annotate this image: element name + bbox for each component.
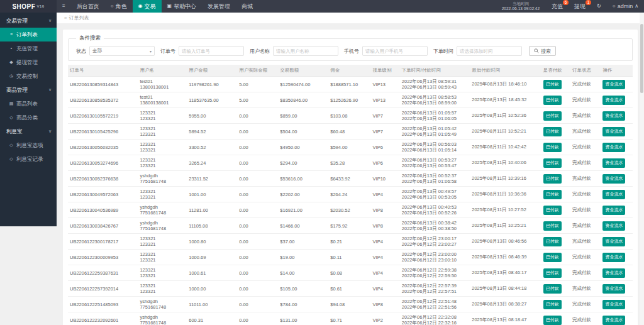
trade-amount-cell: $1466.00	[278, 218, 328, 234]
nav-item-trade[interactable]: ◉交易	[133, 0, 162, 13]
search-button[interactable]: 搜索	[529, 46, 556, 56]
user-cell: 123321 123321	[138, 250, 187, 265]
paid-button[interactable]: 已付款	[543, 127, 562, 136]
vip-level-cell: VIP7	[371, 124, 400, 140]
order-no-cell: UB2206130038426767	[68, 218, 138, 234]
card-icon: ▪	[9, 41, 14, 55]
col-commission: 佣金	[328, 65, 370, 77]
local-time: 当地时间 2022-06-13 09:02:42	[496, 0, 546, 13]
user-amount-cell: 600.31	[187, 312, 237, 325]
pay-time-text: 2022年06月13日 00:52:26	[402, 210, 468, 216]
user-cell: 123321 123321	[138, 140, 187, 155]
user-cell: 123321 123321	[138, 108, 187, 124]
status-select[interactable]: 全部 ▾	[89, 46, 155, 56]
fund-flow-button[interactable]: 资金流水	[602, 80, 625, 89]
sidebar-item-interest-records[interactable]: ◇利息宝记录	[0, 152, 57, 166]
fund-flow-button[interactable]: 资金流水	[602, 143, 625, 152]
order-status-cell: 完成付款	[570, 281, 601, 297]
fund-flow-button[interactable]: 资金流水	[602, 221, 625, 231]
sidebar-group-interest[interactable]: 利息宝 ∨	[0, 124, 57, 138]
vip-level-cell: VIP13	[371, 77, 400, 92]
fund-flow-button[interactable]: 资金流水	[602, 284, 625, 294]
menu-toggle-button[interactable]: ≡	[57, 0, 71, 13]
paid-button[interactable]: 已付款	[543, 316, 562, 325]
sidebar-item-label: 订单列表	[16, 28, 38, 41]
paid-button[interactable]: 已付款	[543, 96, 562, 105]
order-no-input[interactable]	[179, 46, 244, 56]
fund-flow-button[interactable]: 资金流水	[602, 316, 625, 325]
fund-flow-button[interactable]: 资金流水	[602, 96, 625, 105]
table-row: UB2206122257392014 123321 123321 1000.00…	[68, 281, 633, 297]
sidebar-group-trade[interactable]: 交易管理 ∨	[0, 14, 57, 28]
order-time-text: 2022年06月13日 00:56:03	[402, 141, 468, 147]
fund-flow-button[interactable]: 资金流水	[602, 237, 625, 246]
nav-right: 当地时间 2022-06-13 09:02:42 充值6 提现1 ↻ ○admi…	[496, 0, 644, 13]
fund-flow-button[interactable]: 资金流水	[602, 190, 625, 199]
fund-flow-button[interactable]: 资金流水	[602, 268, 625, 278]
nav-item-help-center[interactable]: ▣帮助中心	[162, 0, 203, 13]
action-cell: 资金流水	[601, 312, 633, 325]
fund-flow-button[interactable]: 资金流水	[602, 111, 625, 121]
pay-time-text: 2022年06月12日 23:00:27	[402, 241, 468, 247]
sidebar-item-goods-list[interactable]: ▤商品列表	[0, 97, 57, 111]
pay-time-text: 2022年06月13日 00:38:50	[402, 226, 468, 231]
sidebar-item-recharge[interactable]: ▪充值管理	[0, 41, 57, 55]
nav-item-mall[interactable]: 商城	[236, 0, 258, 13]
vip-level-cell: VIP4	[371, 250, 400, 265]
nav-recharge[interactable]: 充值6	[546, 0, 569, 13]
user-name-input[interactable]	[273, 46, 338, 56]
app-logo[interactable]: SHOPFV16	[0, 0, 57, 13]
paid-button[interactable]: 已付款	[543, 206, 562, 215]
paid-button[interactable]: 已付款	[543, 300, 562, 309]
fund-flow-button[interactable]: 资金流水	[602, 158, 625, 168]
action-cell: 资金流水	[601, 250, 633, 265]
fund-flow-button[interactable]: 资金流水	[602, 127, 625, 136]
commission-cell: $6433.92	[328, 171, 370, 187]
app-logo-version: V16	[36, 4, 44, 8]
sidebar-item-goods-category[interactable]: ◇商品分类	[0, 111, 57, 124]
user-cell: yshdgdh 7751681748	[138, 312, 187, 325]
nav-item-label: 发展管理	[208, 3, 230, 11]
scrollbar[interactable]	[640, 13, 644, 325]
last-pay-time-cell: 2025年08月11日 10:27:52	[470, 202, 541, 218]
action-cell: 资金流水	[601, 108, 633, 124]
paid-button[interactable]: 已付款	[543, 190, 562, 199]
fund-flow-button[interactable]: 资金流水	[602, 253, 625, 262]
nav-item-development[interactable]: 发展管理	[202, 0, 236, 13]
order-status-cell: 完成付款	[570, 202, 601, 218]
paid-button[interactable]: 已付款	[543, 221, 562, 231]
order-time-input[interactable]	[457, 46, 522, 56]
phone-text: 123321	[140, 147, 185, 153]
paid-button[interactable]: 已付款	[543, 80, 562, 89]
sidebar-item-interest-options[interactable]: ◇利息宝选项	[0, 138, 57, 152]
paid-button[interactable]: 已付款	[543, 158, 562, 168]
paid-button[interactable]: 已付款	[543, 284, 562, 294]
fund-flow-button[interactable]: 资金流水	[602, 300, 625, 309]
sidebar-item-withdraw[interactable]: ◆提现管理	[0, 55, 57, 69]
trade-amount-cell: $16921.00	[278, 202, 328, 218]
user-menu[interactable]: ○admin∧	[607, 0, 644, 13]
paid-button[interactable]: 已付款	[543, 237, 562, 246]
sidebar-group-goods[interactable]: 商品管理 ∨	[0, 83, 57, 97]
sidebar-item-order-list[interactable]: ≡订单列表	[0, 28, 57, 41]
paid-button[interactable]: 已付款	[543, 268, 562, 278]
nav-item-dashboard[interactable]: 后台首页	[71, 0, 105, 13]
paid-button[interactable]: 已付款	[543, 111, 562, 121]
user-amount-cell: 119798261.90	[187, 77, 237, 92]
phone-input[interactable]	[362, 46, 428, 56]
paid-button[interactable]: 已付款	[543, 143, 562, 152]
paid-button[interactable]: 已付款	[543, 253, 562, 262]
fund-flow-button[interactable]: 资金流水	[602, 174, 625, 184]
nav-item-roles[interactable]: ○角色	[105, 0, 133, 13]
scrollbar-thumb[interactable]	[640, 24, 643, 93]
fund-flow-button[interactable]: 资金流水	[602, 206, 625, 215]
order-no-cell: UB2206130052376638	[68, 171, 138, 187]
vip-level-cell: VIP6	[371, 140, 400, 155]
commission-cell: $103.08	[328, 108, 370, 124]
sidebar-item-trade-control[interactable]: ◷交易控制	[0, 69, 57, 83]
user-cell: yshdgdh 7751681748	[138, 218, 187, 234]
refresh-button[interactable]: ↻	[591, 0, 607, 13]
commission-cell: $264.24	[328, 187, 370, 202]
nav-withdraw[interactable]: 提现1	[569, 0, 591, 13]
paid-button[interactable]: 已付款	[543, 174, 562, 184]
